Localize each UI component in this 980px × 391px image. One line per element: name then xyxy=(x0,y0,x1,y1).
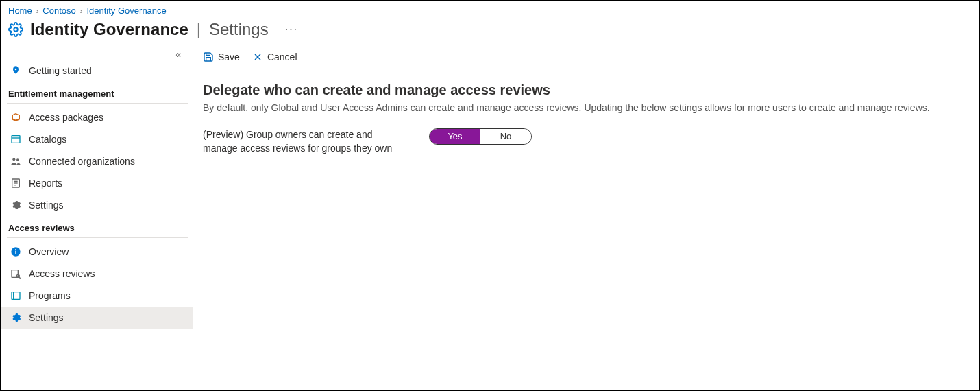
sidebar-item-label: Overview xyxy=(29,246,69,257)
sidebar-item-access-packages[interactable]: Access packages xyxy=(1,106,193,128)
page-title: Identity Governance xyxy=(30,20,188,39)
divider xyxy=(7,103,188,104)
yes-no-toggle[interactable]: Yes No xyxy=(429,128,532,145)
breadcrumb-home[interactable]: Home xyxy=(8,5,32,16)
svg-rect-10 xyxy=(15,251,16,254)
save-button-label: Save xyxy=(218,51,240,62)
sidebar-item-label: Settings xyxy=(29,312,64,323)
sidebar-item-programs[interactable]: Programs xyxy=(1,285,193,307)
toggle-option-no[interactable]: No xyxy=(480,129,531,144)
sidebar-item-label: Access packages xyxy=(29,112,103,123)
chevron-right-icon: › xyxy=(36,7,39,15)
svg-point-3 xyxy=(12,158,15,161)
sidebar-item-overview[interactable]: Overview xyxy=(1,241,193,263)
rocket-icon xyxy=(10,64,22,77)
section-description: By default, only Global and User Access … xyxy=(203,102,969,113)
svg-rect-11 xyxy=(15,249,16,250)
catalog-icon xyxy=(10,133,22,145)
sidebar-item-label: Catalogs xyxy=(29,134,66,145)
section-title: Delegate who can create and manage acces… xyxy=(203,82,969,98)
toggle-option-yes[interactable]: Yes xyxy=(430,129,480,144)
sidebar-item-label: Access reviews xyxy=(29,268,95,279)
title-separator: | xyxy=(197,20,201,39)
info-icon xyxy=(10,246,22,258)
reports-icon xyxy=(10,177,22,189)
identity-governance-icon xyxy=(8,22,23,37)
sidebar-item-label: Reports xyxy=(29,178,62,189)
sidebar: « Getting started Entitlement management… xyxy=(1,46,193,386)
divider xyxy=(7,237,188,238)
programs-icon xyxy=(10,289,22,302)
gear-icon xyxy=(10,311,22,324)
setting-group-owners-access-reviews: (Preview) Group owners can create and ma… xyxy=(203,128,969,155)
svg-point-4 xyxy=(16,158,19,161)
review-icon xyxy=(10,268,22,280)
collapse-sidebar-button[interactable]: « xyxy=(175,49,181,60)
sidebar-item-settings-entitlement[interactable]: Settings xyxy=(1,194,193,216)
sidebar-item-label: Programs xyxy=(29,290,71,301)
cancel-button-label: Cancel xyxy=(267,51,297,62)
svg-rect-15 xyxy=(12,292,20,300)
sidebar-item-reports[interactable]: Reports xyxy=(1,172,193,194)
svg-rect-1 xyxy=(12,136,20,143)
cancel-button[interactable]: Cancel xyxy=(252,51,297,62)
gear-icon xyxy=(10,199,22,211)
sidebar-item-label: Settings xyxy=(29,200,64,211)
breadcrumb-identity-governance[interactable]: Identity Governance xyxy=(86,5,166,16)
breadcrumb-contoso[interactable]: Contoso xyxy=(42,5,75,16)
sidebar-section-access-reviews: Access reviews xyxy=(1,216,193,237)
package-icon xyxy=(10,111,22,123)
sidebar-item-label: Connected organizations xyxy=(29,156,135,167)
chevron-right-icon: › xyxy=(80,7,83,15)
main-content: Save Cancel Delegate who can create and … xyxy=(193,46,979,386)
sidebar-item-label: Getting started xyxy=(29,65,92,76)
save-icon xyxy=(203,51,214,62)
close-icon xyxy=(252,51,263,62)
save-button[interactable]: Save xyxy=(203,51,240,62)
sidebar-item-settings-access-reviews[interactable]: Settings xyxy=(1,307,193,329)
more-actions-button[interactable]: ··· xyxy=(275,23,298,36)
svg-point-0 xyxy=(14,27,18,32)
sidebar-item-access-reviews[interactable]: Access reviews xyxy=(1,263,193,285)
people-icon xyxy=(10,155,22,167)
sidebar-item-getting-started[interactable]: Getting started xyxy=(1,60,193,82)
sidebar-section-entitlement: Entitlement management xyxy=(1,82,193,103)
page-header: Identity Governance | Settings ··· xyxy=(1,17,979,46)
svg-line-14 xyxy=(19,277,21,279)
setting-label: (Preview) Group owners can create and ma… xyxy=(203,128,402,155)
page-subtitle: Settings xyxy=(209,20,269,39)
breadcrumb: Home › Contoso › Identity Governance xyxy=(1,1,979,17)
toolbar: Save Cancel xyxy=(203,46,969,71)
sidebar-item-connected-orgs[interactable]: Connected organizations xyxy=(1,150,193,172)
sidebar-item-catalogs[interactable]: Catalogs xyxy=(1,128,193,150)
